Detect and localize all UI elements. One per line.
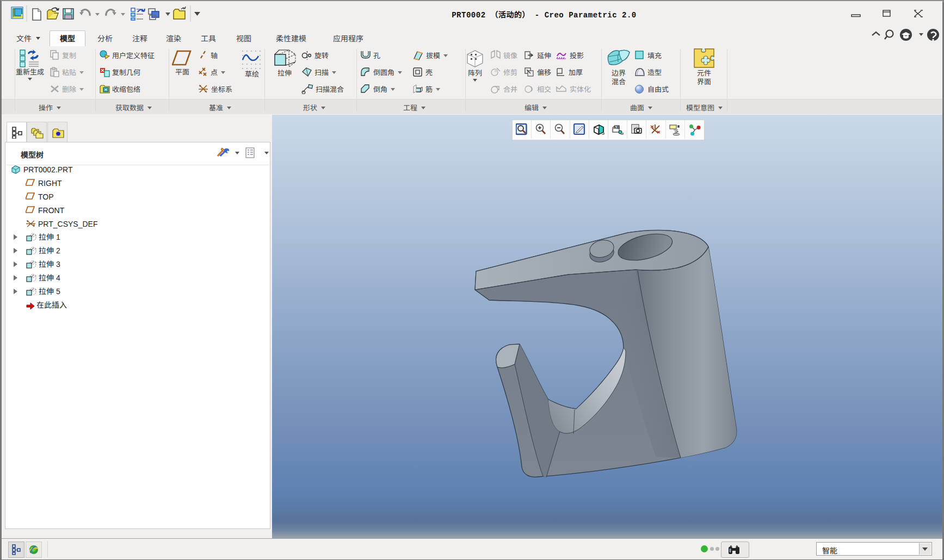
svg-text:AB: AB [613, 125, 620, 130]
